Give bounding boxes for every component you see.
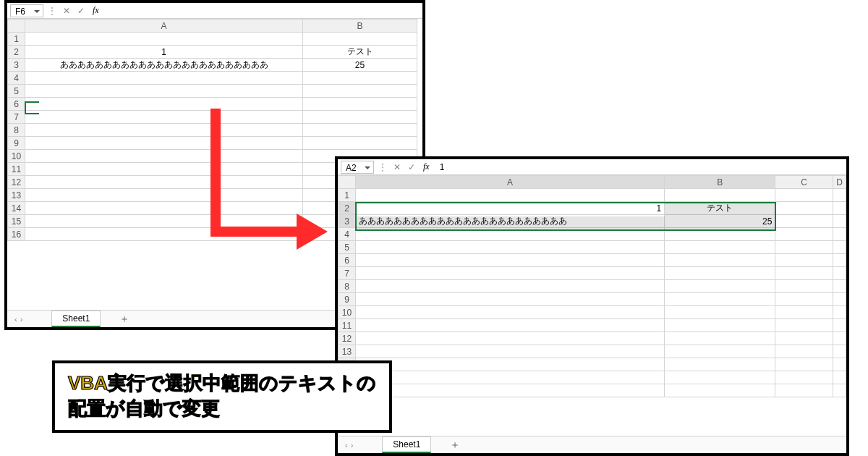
- cell[interactable]: [775, 241, 833, 254]
- cell[interactable]: [355, 189, 664, 202]
- cell[interactable]: [775, 332, 833, 345]
- cell[interactable]: [833, 319, 846, 332]
- cell[interactable]: [665, 241, 775, 254]
- cell[interactable]: [355, 319, 664, 332]
- cancel-icon[interactable]: ✕: [61, 6, 72, 16]
- cell[interactable]: [25, 176, 303, 189]
- row-header[interactable]: 12: [8, 176, 25, 189]
- row-header[interactable]: 14: [8, 202, 25, 215]
- fx-icon[interactable]: fx: [420, 161, 433, 172]
- cell[interactable]: [25, 202, 303, 215]
- cell[interactable]: [25, 228, 303, 241]
- cell[interactable]: [355, 280, 664, 293]
- cell[interactable]: [833, 306, 846, 319]
- cell[interactable]: [355, 371, 664, 384]
- cell[interactable]: [833, 267, 846, 280]
- row-header[interactable]: 8: [8, 124, 25, 137]
- cell[interactable]: [303, 111, 417, 124]
- cell[interactable]: [355, 254, 664, 267]
- cell[interactable]: [665, 267, 775, 280]
- name-box[interactable]: F6: [10, 4, 43, 17]
- cell[interactable]: [665, 371, 775, 384]
- row-header[interactable]: 3: [339, 215, 356, 228]
- cell[interactable]: [833, 215, 846, 228]
- cell[interactable]: [775, 384, 833, 397]
- row-header[interactable]: 16: [8, 228, 25, 241]
- cancel-icon[interactable]: ✕: [391, 162, 403, 172]
- cell[interactable]: [355, 332, 664, 345]
- row-header[interactable]: 4: [8, 72, 25, 85]
- cell[interactable]: テスト: [665, 202, 775, 215]
- cell[interactable]: [833, 332, 846, 345]
- cell[interactable]: [665, 189, 775, 202]
- cell[interactable]: [665, 293, 775, 306]
- cell[interactable]: [303, 72, 417, 85]
- col-header-B[interactable]: B: [303, 20, 417, 33]
- cell[interactable]: [25, 137, 303, 150]
- row-header[interactable]: 8: [339, 280, 356, 293]
- add-sheet-icon[interactable]: ＋: [119, 313, 129, 326]
- cell[interactable]: [665, 345, 775, 358]
- cell[interactable]: [833, 293, 846, 306]
- cell[interactable]: [665, 280, 775, 293]
- sheet-tab[interactable]: Sheet1: [382, 436, 431, 453]
- col-header-B[interactable]: B: [665, 176, 775, 189]
- prev-sheet-icon[interactable]: ‹: [345, 441, 348, 449]
- cell[interactable]: ああああああああああああああああああああああああ: [25, 59, 303, 72]
- cell[interactable]: [25, 189, 303, 202]
- col-header-A[interactable]: A: [355, 176, 664, 189]
- row-header[interactable]: 7: [8, 111, 25, 124]
- cell[interactable]: [25, 111, 303, 124]
- row-header[interactable]: 2: [8, 46, 25, 59]
- row-header[interactable]: 7: [339, 267, 356, 280]
- cell[interactable]: 25: [303, 59, 417, 72]
- add-sheet-icon[interactable]: ＋: [450, 439, 460, 452]
- cell[interactable]: [355, 345, 664, 358]
- cell[interactable]: [665, 332, 775, 345]
- row-header[interactable]: 11: [339, 319, 356, 332]
- cell[interactable]: [355, 241, 664, 254]
- row-header[interactable]: 4: [339, 228, 356, 241]
- cell[interactable]: [775, 371, 833, 384]
- cell[interactable]: [833, 358, 846, 371]
- cell[interactable]: [355, 306, 664, 319]
- cell[interactable]: [25, 124, 303, 137]
- cell[interactable]: [25, 163, 303, 176]
- cell[interactable]: [665, 384, 775, 397]
- cell[interactable]: [775, 306, 833, 319]
- name-box[interactable]: A2: [341, 161, 374, 174]
- cell[interactable]: [775, 228, 833, 241]
- cell[interactable]: [833, 202, 846, 215]
- row-header[interactable]: 9: [8, 137, 25, 150]
- cell[interactable]: [25, 33, 303, 46]
- cell[interactable]: [833, 254, 846, 267]
- fx-icon[interactable]: fx: [90, 5, 102, 16]
- cell[interactable]: ああああああああああああああああああああああああ: [355, 215, 664, 228]
- cell[interactable]: [775, 254, 833, 267]
- row-header[interactable]: 1: [339, 189, 356, 202]
- cell[interactable]: [833, 371, 846, 384]
- cell[interactable]: [833, 384, 846, 397]
- cell[interactable]: [665, 319, 775, 332]
- row-header[interactable]: 2: [339, 202, 356, 215]
- cell[interactable]: [665, 306, 775, 319]
- cell[interactable]: [25, 98, 303, 111]
- row-header[interactable]: 15: [8, 215, 25, 228]
- col-header-D[interactable]: D: [833, 176, 846, 189]
- cell[interactable]: [303, 33, 417, 46]
- cell[interactable]: [303, 98, 417, 111]
- row-header[interactable]: 6: [8, 98, 25, 111]
- cell[interactable]: [665, 358, 775, 371]
- cell[interactable]: [355, 228, 664, 241]
- row-header[interactable]: 11: [8, 163, 25, 176]
- row-header[interactable]: 6: [339, 254, 356, 267]
- cell[interactable]: [833, 241, 846, 254]
- cell[interactable]: [775, 189, 833, 202]
- cell[interactable]: [355, 358, 664, 371]
- cell[interactable]: [665, 228, 775, 241]
- row-header[interactable]: 12: [339, 332, 356, 345]
- cell[interactable]: [833, 228, 846, 241]
- cell[interactable]: [775, 319, 833, 332]
- cell[interactable]: [833, 280, 846, 293]
- cell[interactable]: [303, 137, 417, 150]
